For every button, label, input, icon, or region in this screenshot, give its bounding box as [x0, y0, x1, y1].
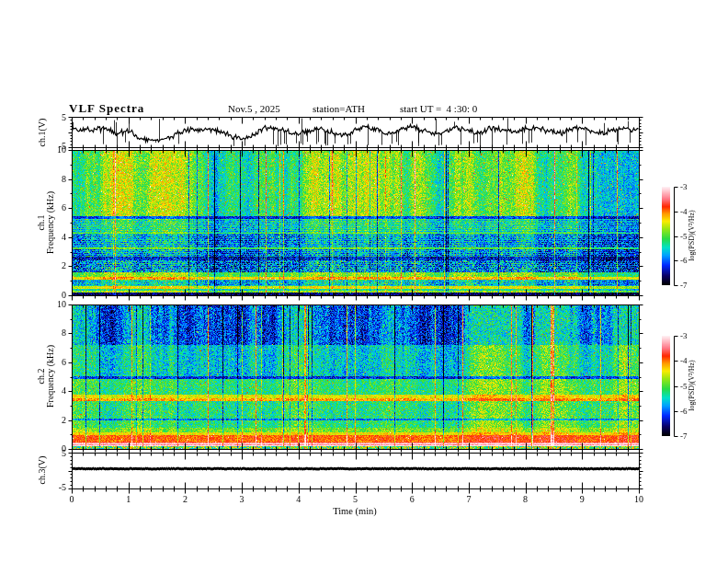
- colorbar-2-label: log(PSD)(V²/Hz): [688, 360, 696, 410]
- colorbar-1-tick-label: -7: [680, 282, 688, 290]
- x-tick-label: 3: [228, 495, 256, 504]
- spec2-ytick-label: 8: [39, 328, 66, 338]
- panel4-ytick-label: -5: [39, 483, 66, 492]
- x-tick-label: 1: [115, 495, 142, 504]
- x-tick-label: 10: [625, 495, 653, 504]
- x-tick-label: 2: [171, 495, 199, 504]
- spec2-ytick-label: 4: [39, 386, 66, 396]
- ch1-label-line2: Frequency (kHz): [45, 191, 55, 254]
- colorbar-2-tick-label: -7: [680, 432, 688, 441]
- x-tick-label: 0: [58, 495, 85, 504]
- x-tick-label: 6: [398, 495, 426, 504]
- time-axis-label: Time (min): [309, 507, 401, 517]
- spec2-ytick-label: 10: [39, 300, 66, 309]
- panel1-ytick-label: -5: [39, 142, 66, 151]
- x-tick-label: 8: [512, 495, 540, 504]
- ch2-label-line2: Frequency (kHz): [45, 345, 55, 408]
- panel1-ytick-label: 5: [39, 113, 66, 122]
- vlf-spectra-figure: VLF Spectra Nov.5 , 2025 station=ATH sta…: [0, 0, 728, 563]
- ch1-frequency-axis-label: ch.1 Frequency (kHz): [37, 191, 55, 254]
- colorbar-2-tick-label: -3: [680, 332, 688, 340]
- ch3-voltage-axis-label: ch.3(V): [38, 456, 47, 485]
- x-tick-label: 7: [455, 495, 483, 504]
- spec1-ytick-label: 8: [39, 175, 66, 184]
- spec1-ytick-label: 4: [39, 233, 66, 242]
- spec2-ytick-label: 6: [39, 358, 66, 367]
- x-tick-label: 5: [342, 495, 370, 504]
- start-ut-label: start UT = 4 :30: 0: [400, 104, 477, 114]
- colorbar-2-tick-label: -4: [680, 357, 688, 365]
- x-tick-label: 9: [568, 495, 596, 504]
- spec2-ytick-label: 2: [39, 416, 66, 425]
- panel4-ytick-label: 5: [39, 449, 66, 458]
- ch2-frequency-axis-label: ch.2 Frequency (kHz): [37, 345, 55, 408]
- colorbar-2-tick-label: -6: [680, 408, 688, 416]
- spec1-ytick-label: 2: [39, 261, 66, 270]
- colorbar-1-tick-label: -5: [680, 233, 688, 241]
- colorbar-2-tick-label: -5: [680, 383, 688, 391]
- figure-date: Nov.5 , 2025: [228, 104, 280, 114]
- colorbar-1-tick-label: -4: [680, 208, 688, 216]
- x-tick-label: 4: [285, 495, 313, 504]
- colorbar-1-label: log(PSD)(V²/Hz): [688, 210, 696, 260]
- colorbar-1-tick-label: -6: [680, 257, 688, 265]
- figure-title: VLF Spectra: [69, 102, 144, 114]
- station-label: station=ATH: [313, 104, 365, 114]
- spec1-ytick-label: 6: [39, 203, 66, 213]
- colorbar-1-tick-label: -3: [680, 183, 688, 191]
- axes-frame-canvas: [0, 0, 728, 563]
